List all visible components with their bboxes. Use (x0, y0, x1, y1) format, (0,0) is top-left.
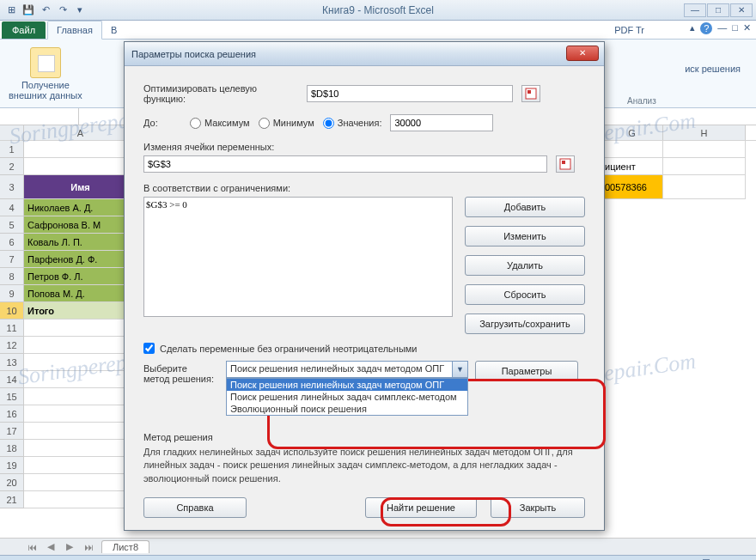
row-21[interactable]: 21 (0, 491, 24, 508)
row-2[interactable]: 2 (0, 158, 24, 175)
delete-button[interactable]: Удалить (465, 255, 585, 276)
objective-input[interactable] (307, 85, 513, 102)
sheet-nav-prev-icon[interactable]: ◀ (45, 541, 57, 552)
params-button[interactable]: Параметры (475, 361, 578, 381)
method-option-2[interactable]: Эволюционный поиск решения (227, 403, 467, 415)
row-10[interactable]: 10 (0, 302, 24, 320)
name-cell-6[interactable]: Коваль Л. П. (24, 234, 137, 251)
value-radio[interactable]: Значения: (323, 118, 382, 129)
col-h[interactable]: H (663, 125, 746, 140)
chevron-down-icon[interactable]: ▼ (452, 362, 467, 377)
variables-label: Изменяя ячейки переменных: (143, 142, 585, 152)
name-cell-8[interactable]: Петров Ф. Л. (24, 268, 137, 285)
name-cell-9[interactable]: Попова М. Д. (24, 285, 137, 302)
row-19[interactable]: 19 (0, 457, 24, 474)
method-option-0[interactable]: Поиск решения нелинейных задач методом О… (227, 379, 467, 391)
workbook-min-icon[interactable]: — (717, 22, 727, 34)
dialog-titlebar: Параметры поиска решения ✕ (125, 42, 604, 66)
row-5[interactable]: 5 (0, 216, 24, 234)
minimize-button[interactable]: — (684, 3, 706, 17)
data-icon (30, 47, 61, 78)
min-radio[interactable]: Минимум (259, 118, 314, 129)
sheet-nav-first-icon[interactable]: ⏮ (26, 542, 38, 552)
dialog-title: Параметры поиска решения (131, 49, 256, 59)
row-4[interactable]: 4 (0, 199, 24, 216)
constraints-list[interactable]: $G$3 >= 0 (143, 197, 453, 317)
row-14[interactable]: 14 (0, 371, 24, 388)
row-8[interactable]: 8 (0, 268, 24, 285)
name-cell-4[interactable]: Николаев А. Д. (24, 199, 137, 216)
coef-cell[interactable]: 00578366 (601, 175, 663, 199)
pdf-tab[interactable]: PDF Tr (606, 21, 653, 39)
help-icon[interactable]: ? (700, 22, 712, 34)
ribbon-tabs: Файл Главная В PDF Tr ▴ ? — □ ✕ (0, 21, 756, 40)
value-input[interactable] (390, 114, 493, 131)
sheet-nav-last-icon[interactable]: ⏭ (82, 542, 94, 552)
to-label: До: (143, 118, 181, 128)
workbook-close-icon[interactable]: ✕ (743, 22, 751, 34)
name-cell-7[interactable]: Парфенов Д. Ф. (24, 251, 137, 268)
row-3[interactable]: 3 (0, 175, 24, 199)
objective-label: Оптимизировать целевую функцию: (143, 83, 298, 104)
row-17[interactable]: 17 (0, 423, 24, 440)
col-g[interactable]: G (601, 125, 663, 140)
get-external-data-button[interactable]: Получение внешних данных (9, 47, 82, 100)
nonneg-checkbox[interactable]: Сделать переменные без ограничений неотр… (143, 343, 585, 354)
max-radio[interactable]: Максимум (190, 118, 250, 129)
name-cell-5[interactable]: Сафронова В. М (24, 216, 137, 234)
change-button[interactable]: Изменить (465, 226, 585, 247)
close-window-button[interactable]: ✕ (730, 3, 753, 17)
row-12[interactable]: 12 (0, 337, 24, 354)
sheet-tabs-bar: ⏮ ◀ ▶ ⏭ Лист8 (0, 538, 756, 555)
dialog-close-button[interactable]: ✕ (566, 46, 599, 61)
window-titlebar: ⊞ 💾 ↶ ↷ ▾ Книга9 - Microsoft Excel — □ ✕ (0, 0, 756, 21)
close-button[interactable]: Закрыть (491, 497, 585, 518)
solver-label: иск решения (685, 64, 741, 74)
save-icon[interactable]: 💾 (21, 3, 36, 18)
row-7[interactable]: 7 (0, 251, 24, 268)
row-11[interactable]: 11 (0, 320, 24, 337)
row-13[interactable]: 13 (0, 354, 24, 371)
row-16[interactable]: 16 (0, 405, 24, 423)
variables-ref-button[interactable] (556, 155, 575, 173)
reset-button[interactable]: Сбросить (465, 284, 585, 305)
method-label: Выберите метод решения: (143, 361, 219, 384)
analysis-group-label: Анализ (627, 96, 656, 106)
row-15[interactable]: 15 (0, 388, 24, 405)
maximize-button[interactable]: □ (707, 3, 729, 17)
method-combo[interactable]: Поиск решения нелинейных задач методом О… (226, 361, 468, 378)
find-solution-button[interactable]: Найти решение (365, 497, 477, 518)
home-tab[interactable]: Главная (47, 21, 102, 40)
objective-ref-button[interactable] (521, 85, 540, 102)
total-cell[interactable]: Итого (24, 302, 137, 320)
redo-icon[interactable]: ↷ (55, 3, 70, 18)
sheet-nav-next-icon[interactable]: ▶ (64, 541, 76, 552)
load-save-button[interactable]: Загрузить/сохранить (465, 313, 585, 334)
row-1[interactable]: 1 (0, 141, 24, 158)
sheet-tab[interactable]: Лист8 (101, 540, 149, 553)
solver-dialog: Параметры поиска решения ✕ Оптимизироват… (124, 41, 605, 531)
method-header: Метод решения (143, 432, 585, 442)
method-option-1[interactable]: Поиск решения линейных задач симплекс-ме… (227, 391, 467, 403)
method-dropdown-list: Поиск решения нелинейных задач методом О… (226, 378, 468, 416)
row-20[interactable]: 20 (0, 474, 24, 491)
row-6[interactable]: 6 (0, 234, 24, 251)
file-tab[interactable]: Файл (2, 21, 46, 39)
add-button[interactable]: Добавить (465, 197, 585, 217)
ribbon-min-icon[interactable]: ▴ (690, 22, 695, 34)
qat-dropdown-icon[interactable]: ▾ (72, 3, 88, 18)
coef-label-cell[interactable]: ициент (601, 158, 663, 175)
col-a[interactable]: A (24, 125, 137, 140)
name-box[interactable] (0, 108, 79, 125)
workbook-max-icon[interactable]: □ (732, 22, 738, 34)
row-9[interactable]: 9 (0, 285, 24, 302)
help-button[interactable]: Справка (143, 497, 247, 518)
variables-input[interactable] (143, 155, 547, 173)
method-description: Для гладких нелинейных задач используйте… (143, 446, 573, 485)
name-header-cell[interactable]: Имя (24, 175, 137, 199)
row-18[interactable]: 18 (0, 440, 24, 457)
excel-icon: ⊞ (3, 3, 19, 18)
insert-tab[interactable]: В (102, 21, 125, 39)
undo-icon[interactable]: ↶ (38, 3, 53, 18)
select-all-corner[interactable] (0, 125, 24, 140)
